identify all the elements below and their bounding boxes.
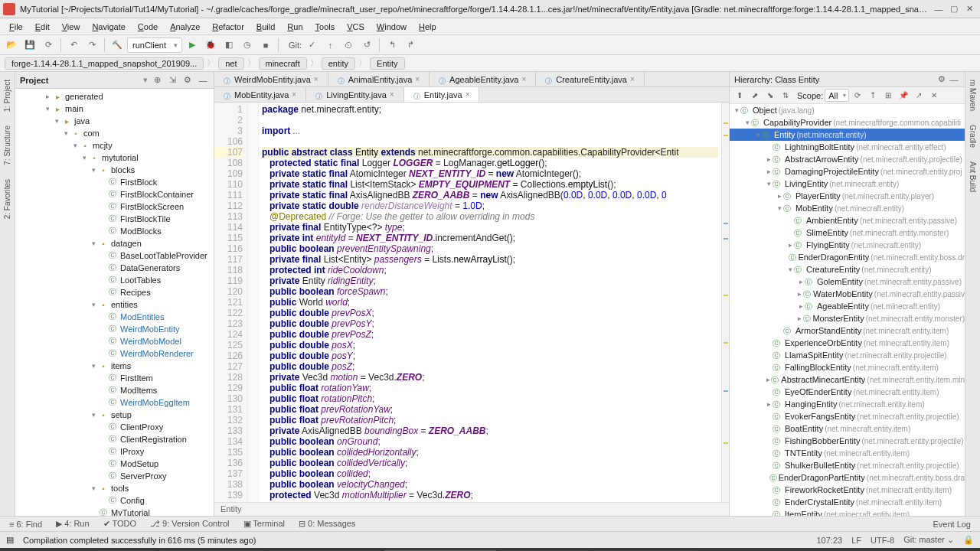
- run-config-combo[interactable]: runClient: [127, 37, 182, 53]
- close-tab-icon[interactable]: ×: [415, 75, 420, 83]
- tree-node-weirdmobrenderer[interactable]: WeirdMobRenderer: [15, 347, 214, 360]
- refresh-hier-icon[interactable]: ⟳: [851, 89, 864, 103]
- event-log-tab[interactable]: Event Log: [926, 518, 977, 530]
- close-tab-icon[interactable]: ×: [466, 90, 470, 99]
- tree-node-mcjty[interactable]: ▾mcjty: [15, 139, 214, 152]
- tree-node-weirdmobeggitem[interactable]: WeirdMobEggItem: [15, 396, 214, 409]
- hierarchy-hide-icon[interactable]: —: [948, 75, 960, 84]
- close-icon[interactable]: ✕: [962, 3, 977, 15]
- tree-node-firstblockscreen[interactable]: FirstBlockScreen: [15, 201, 214, 213]
- refresh-icon[interactable]: ⟳: [40, 37, 57, 54]
- hier-node-abstractminecartentity[interactable]: ▸AbstractMinecartEntity (net.minecraft.e…: [730, 373, 965, 386]
- tree-node-datagen[interactable]: ▾datagen: [15, 237, 214, 249]
- tree-node-firstblockcontainer[interactable]: FirstBlockContainer: [15, 188, 214, 201]
- hier-node-slimeentity[interactable]: SlimeEntity (net.minecraft.entity.monste…: [730, 227, 965, 239]
- coverage-icon[interactable]: ◧: [220, 37, 237, 54]
- hier-node-llamaspitentity[interactable]: LlamaSpitEntity (net.minecraft.entity.pr…: [730, 349, 965, 361]
- close-tab-icon[interactable]: ×: [521, 75, 526, 83]
- editor-breadcrumb[interactable]: Entity: [214, 502, 729, 516]
- line-sep[interactable]: LF: [851, 536, 861, 545]
- subtypes-icon[interactable]: ⬊: [763, 89, 777, 103]
- bottom-tab[interactable]: ▶ 4: Run: [50, 517, 95, 530]
- back-icon[interactable]: ↰: [384, 37, 400, 54]
- open-icon[interactable]: 📂: [3, 37, 20, 54]
- tree-node-firstitem[interactable]: FirstItem: [15, 372, 214, 384]
- hier-node-monsterentity[interactable]: ▸MonsterEntity (net.minecraft.entity.mon…: [730, 312, 965, 324]
- export-icon[interactable]: ↗: [912, 89, 926, 103]
- git-revert-icon[interactable]: ↺: [358, 37, 375, 54]
- hier-node-playerentity[interactable]: ▸PlayerEntity (net.minecraft.entity.play…: [730, 190, 965, 202]
- menu-analyze[interactable]: Analyze: [164, 21, 206, 33]
- hier-node-creatureentity[interactable]: ▾CreatureEntity (net.minecraft.entity): [730, 263, 965, 276]
- hier-node-armorstandentity[interactable]: ArmorStandEntity (net.minecraft.entity.i…: [730, 324, 965, 337]
- hier-node-ambiententity[interactable]: AmbientEntity (net.minecraft.entity.pass…: [730, 214, 965, 227]
- tree-node-mytutorial[interactable]: MyTutorial: [15, 507, 214, 516]
- hier-node-fishingbobberentity[interactable]: FishingBobberEntity (net.minecraft.entit…: [730, 435, 965, 447]
- menu-help[interactable]: Help: [413, 21, 443, 33]
- hier-node-abstractarrowentity[interactable]: ▸AbstractArrowEntity (net.minecraft.enti…: [730, 153, 965, 165]
- bottom-tab[interactable]: ✔ TODO: [97, 517, 142, 530]
- hier-node-capabilityprovider[interactable]: ▾CapabilityProvider (net.minecraftforge.…: [730, 116, 965, 129]
- crumb-class[interactable]: Entity: [370, 57, 405, 70]
- tab-livingentity[interactable]: LivingEntity.java×: [306, 87, 404, 102]
- redo-icon[interactable]: ↷: [83, 37, 100, 54]
- hier-node-livingentity[interactable]: ▾LivingEntity (net.minecraft.entity): [730, 178, 965, 190]
- project-tree[interactable]: ▸generated▾main▾java▾com▾mcjty▾mytutoria…: [15, 89, 214, 516]
- bottom-tab[interactable]: ▣ Terminal: [237, 517, 291, 530]
- tree-node-generated[interactable]: ▸generated: [15, 90, 214, 103]
- crumb-net[interactable]: net: [218, 57, 243, 70]
- tree-node-firstblock[interactable]: FirstBlock: [15, 176, 214, 188]
- tree-node-baseloottableprovider[interactable]: BaseLootTableProvider: [15, 249, 214, 262]
- autoscroll-icon[interactable]: ⤒: [866, 89, 880, 103]
- hier-node-fireworkrocketentity[interactable]: FireworkRocketEntity (net.minecraft.enti…: [730, 484, 965, 496]
- hier-node-boatentity[interactable]: BoatEntity (net.minecraft.entity.item): [730, 422, 965, 435]
- hier-node-experienceorbentity[interactable]: ExperienceOrbEntity (net.minecraft.entit…: [730, 337, 965, 349]
- stripe-mmaven[interactable]: m Maven: [967, 75, 978, 116]
- git-update-icon[interactable]: ✓: [303, 37, 320, 54]
- tab-entity[interactable]: Entity.java×: [404, 87, 480, 102]
- hier-node-enderdragonentity[interactable]: EnderDragonEntity (net.minecraft.entity.…: [730, 251, 965, 263]
- save-icon[interactable]: 💾: [21, 37, 38, 54]
- readonly-lock-icon[interactable]: 🔒: [963, 535, 974, 545]
- hide-icon[interactable]: —: [197, 74, 209, 86]
- tree-node-firstblocktile[interactable]: FirstBlockTile: [15, 213, 214, 225]
- close-tab-icon[interactable]: ×: [390, 90, 394, 99]
- tab-animalentity[interactable]: AnimalEntity.java×: [328, 72, 430, 86]
- tree-node-blocks[interactable]: ▾blocks: [15, 164, 214, 176]
- menu-vcs[interactable]: VCS: [341, 21, 371, 33]
- tree-node-config[interactable]: Config: [15, 494, 214, 507]
- hier-node-hangingentity[interactable]: ▸HangingEntity (net.minecraft.entity.ite…: [730, 398, 965, 410]
- gutter[interactable]: 1231061071081091101111121131141151161171…: [214, 103, 248, 502]
- run-icon[interactable]: ▶: [184, 37, 201, 54]
- hier-node-object[interactable]: ▾Object (java.lang): [730, 104, 965, 116]
- tree-node-tools[interactable]: ▾tools: [15, 482, 214, 494]
- menu-refactor[interactable]: Refactor: [206, 21, 250, 33]
- project-view-dropdown[interactable]: ▾: [143, 75, 148, 85]
- tab-mobentity[interactable]: MobEntity.java×: [214, 87, 306, 102]
- hier-node-lightningboltentity[interactable]: LightningBoltEntity (net.minecraft.entit…: [730, 141, 965, 153]
- hier-node-mobentity[interactable]: ▾MobEntity (net.minecraft.entity): [730, 202, 965, 214]
- tree-node-serverproxy[interactable]: ServerProxy: [15, 470, 214, 482]
- hierarchy-tree[interactable]: ▾Object (java.lang)▾CapabilityProvider (…: [730, 104, 965, 516]
- undo-icon[interactable]: ↶: [65, 37, 82, 54]
- minimize-icon[interactable]: —: [931, 3, 946, 15]
- tree-node-main[interactable]: ▾main: [15, 103, 214, 115]
- tree-node-modsetup[interactable]: ModSetup: [15, 458, 214, 470]
- code-area[interactable]: package net.minecraft.entity;import ...p…: [259, 103, 721, 502]
- hier-node-watermobentity[interactable]: ▸WaterMobEntity (net.minecraft.entity.pa…: [730, 288, 965, 300]
- tree-node-clientregistration[interactable]: ClientRegistration: [15, 433, 214, 445]
- menu-code[interactable]: Code: [132, 21, 164, 33]
- tab-weirdmobentity[interactable]: WeirdMobEntity.java×: [214, 72, 328, 86]
- bottom-tab[interactable]: ≡ 6: Find: [3, 518, 48, 530]
- tree-node-datagenerators[interactable]: DataGenerators: [15, 262, 214, 274]
- hier-node-flyingentity[interactable]: ▸FlyingEntity (net.minecraft.entity): [730, 239, 965, 251]
- tree-node-weirdmobmodel[interactable]: WeirdMobModel: [15, 335, 214, 347]
- stripe-antbuild[interactable]: Ant Build: [967, 157, 978, 197]
- tree-node-weirdmobentity[interactable]: WeirdMobEntity: [15, 323, 214, 335]
- hier-node-itementity[interactable]: ItemEntity (net.minecraft.entity.item): [730, 508, 965, 516]
- menu-run[interactable]: Run: [281, 21, 309, 33]
- hier-node-enderdragonpartentity[interactable]: EnderDragonPartEntity (net.minecraft.ent…: [730, 471, 965, 484]
- hier-node-tntentity[interactable]: TNTEntity (net.minecraft.entity.item): [730, 447, 965, 459]
- git-commit-icon[interactable]: ↑: [322, 37, 338, 54]
- hier-node-eyeofenderentity[interactable]: EyeOfEnderEntity (net.minecraft.entity.i…: [730, 386, 965, 398]
